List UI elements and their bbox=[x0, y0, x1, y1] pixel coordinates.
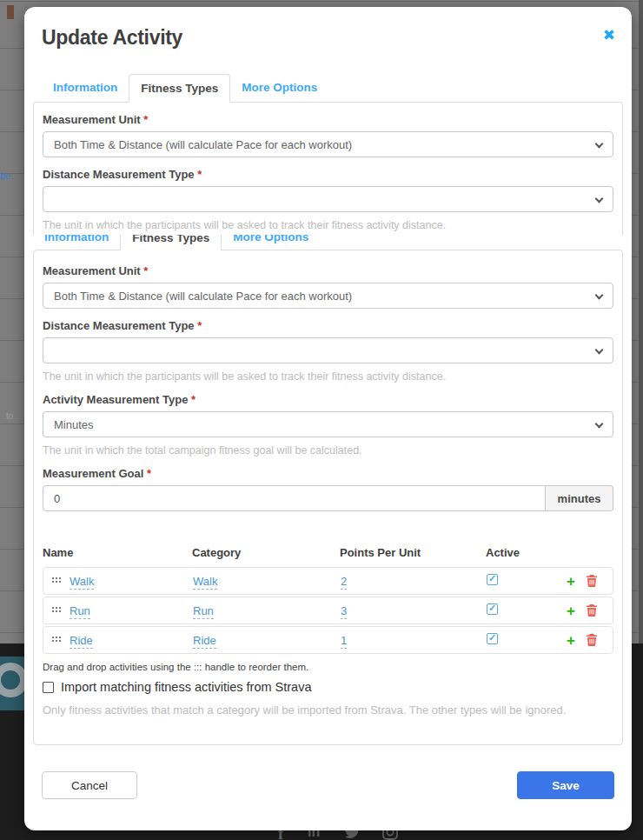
update-activity-modal: Update Activity ✖ Information Fitness Ty… bbox=[24, 7, 632, 830]
points-per-unit-link[interactable]: 2 bbox=[341, 575, 347, 590]
add-row-button[interactable]: + bbox=[567, 574, 575, 589]
tab-information[interactable]: Information bbox=[33, 235, 120, 250]
col-header-category: Category bbox=[192, 546, 340, 559]
active-checkbox-checked-icon[interactable] bbox=[487, 574, 498, 585]
chevron-down-icon bbox=[595, 291, 604, 300]
fitness-types-panel-top: Measurement Unit * Both Time & Distance … bbox=[33, 102, 623, 235]
measurement-unit-value: Both Time & Distance (will calculate Pac… bbox=[54, 290, 352, 303]
distance-type-help: The unit in which the participants will … bbox=[43, 370, 613, 383]
chevron-down-icon bbox=[595, 420, 604, 429]
activity-type-select[interactable]: Minutes bbox=[43, 411, 613, 437]
activities-table: Name Category Points Per Unit Active Wal… bbox=[43, 546, 613, 654]
close-icon[interactable]: ✖ bbox=[603, 28, 615, 43]
tab-more-options[interactable]: More Options bbox=[222, 235, 320, 250]
active-checkbox-checked-icon[interactable] bbox=[487, 603, 498, 615]
drag-handle-icon[interactable] bbox=[52, 607, 63, 614]
background-text-fragment: to bbox=[6, 411, 13, 421]
tab-more-options[interactable]: More Options bbox=[230, 74, 328, 103]
required-asterisk: * bbox=[147, 467, 151, 480]
tab-information[interactable]: Information bbox=[42, 74, 129, 103]
add-row-button[interactable]: + bbox=[567, 633, 575, 648]
activity-type-help: The unit in which the total campaign fit… bbox=[43, 444, 613, 457]
required-asterisk: * bbox=[191, 393, 196, 406]
trash-icon[interactable] bbox=[587, 634, 597, 646]
distance-type-select[interactable] bbox=[43, 337, 613, 363]
tab-fitness-types[interactable]: Fitness Types bbox=[129, 74, 230, 103]
table-row: Walk Walk 2 + bbox=[43, 567, 613, 595]
strava-import-checkbox[interactable] bbox=[43, 682, 54, 693]
cancel-button[interactable]: Cancel bbox=[42, 771, 137, 799]
required-asterisk: * bbox=[143, 113, 148, 126]
tab-bar-clipped: Information Fitness Types More Options bbox=[33, 235, 623, 250]
distance-type-label: Distance Measurement Type * bbox=[43, 168, 613, 181]
modal-body: Information Fitness Types More Options M… bbox=[24, 74, 632, 799]
tab-bar: Information Fitness Types More Options bbox=[42, 74, 623, 103]
required-asterisk: * bbox=[197, 168, 202, 181]
strava-import-help: Only fitness activities that match a cat… bbox=[43, 703, 613, 717]
activity-category-link[interactable]: Ride bbox=[193, 634, 216, 649]
measurement-unit-label: Measurement Unit * bbox=[43, 264, 613, 277]
col-header-points: Points Per Unit bbox=[340, 546, 486, 559]
clipped-tab-bar-wrapper: Information Fitness Types More Options bbox=[33, 235, 623, 250]
measurement-unit-label: Measurement Unit * bbox=[43, 113, 613, 126]
drag-handle-icon[interactable] bbox=[52, 577, 63, 584]
activity-type-label: Activity Measurement Type * bbox=[43, 393, 613, 406]
table-row: Run Run 3 + bbox=[43, 597, 613, 624]
activity-name-link[interactable]: Walk bbox=[70, 575, 94, 590]
col-header-name: Name bbox=[43, 546, 192, 559]
save-button[interactable]: Save bbox=[517, 771, 614, 799]
modal-title: Update Activity bbox=[42, 26, 614, 50]
points-per-unit-link[interactable]: 3 bbox=[341, 604, 347, 619]
activity-category-link[interactable]: Walk bbox=[193, 575, 217, 590]
points-per-unit-link[interactable]: 1 bbox=[341, 634, 347, 649]
table-row: Ride Ride 1 + bbox=[43, 626, 613, 654]
required-asterisk: * bbox=[197, 319, 202, 332]
measurement-unit-select[interactable]: Both Time & Distance (will calculate Pac… bbox=[43, 131, 613, 157]
measurement-unit-value: Both Time & Distance (will calculate Pac… bbox=[54, 138, 352, 151]
add-row-button[interactable]: + bbox=[567, 603, 575, 618]
drag-handle-icon[interactable] bbox=[52, 637, 63, 643]
distance-type-select[interactable] bbox=[43, 186, 613, 212]
col-header-active: Active bbox=[486, 546, 613, 559]
background-logo-fragment bbox=[7, 5, 14, 19]
strava-import-row: Import matching fitness activities from … bbox=[43, 680, 613, 694]
fitness-types-panel: Measurement Unit * Both Time & Distance … bbox=[33, 250, 623, 745]
trash-icon[interactable] bbox=[587, 575, 597, 587]
strava-import-label: Import matching fitness activities from … bbox=[61, 680, 312, 694]
modal-footer: Cancel Save bbox=[33, 745, 623, 799]
goal-unit-addon: minutes bbox=[546, 485, 613, 511]
modal-header: Update Activity ✖ bbox=[24, 7, 632, 50]
chevron-down-icon bbox=[595, 140, 604, 149]
tab-fitness-types[interactable]: Fitness Types bbox=[120, 235, 222, 250]
page-scrollbar[interactable] bbox=[639, 0, 643, 643]
activity-category-link[interactable]: Run bbox=[193, 604, 214, 619]
active-checkbox-checked-icon[interactable] bbox=[487, 633, 498, 644]
activity-name-link[interactable]: Ride bbox=[70, 634, 93, 649]
activity-name-link[interactable]: Run bbox=[70, 604, 90, 619]
measurement-goal-input[interactable] bbox=[43, 485, 546, 511]
measurement-unit-select[interactable]: Both Time & Distance (will calculate Pac… bbox=[43, 283, 613, 309]
chevron-down-icon bbox=[595, 346, 604, 355]
chevron-down-icon bbox=[595, 195, 604, 203]
measurement-goal-label: Measurement Goal * bbox=[43, 467, 613, 480]
drag-reorder-note: Drag and drop activities using the ::: h… bbox=[43, 662, 613, 672]
distance-type-help: The unit in which the participants will … bbox=[43, 219, 613, 231]
table-header-row: Name Category Points Per Unit Active bbox=[43, 546, 613, 567]
background-link-fragment: be. bbox=[0, 170, 13, 181]
distance-type-label: Distance Measurement Type * bbox=[43, 319, 613, 332]
required-asterisk: * bbox=[143, 264, 148, 277]
measurement-goal-group: minutes bbox=[43, 485, 613, 511]
activity-type-value: Minutes bbox=[54, 418, 94, 431]
trash-icon[interactable] bbox=[587, 604, 597, 617]
